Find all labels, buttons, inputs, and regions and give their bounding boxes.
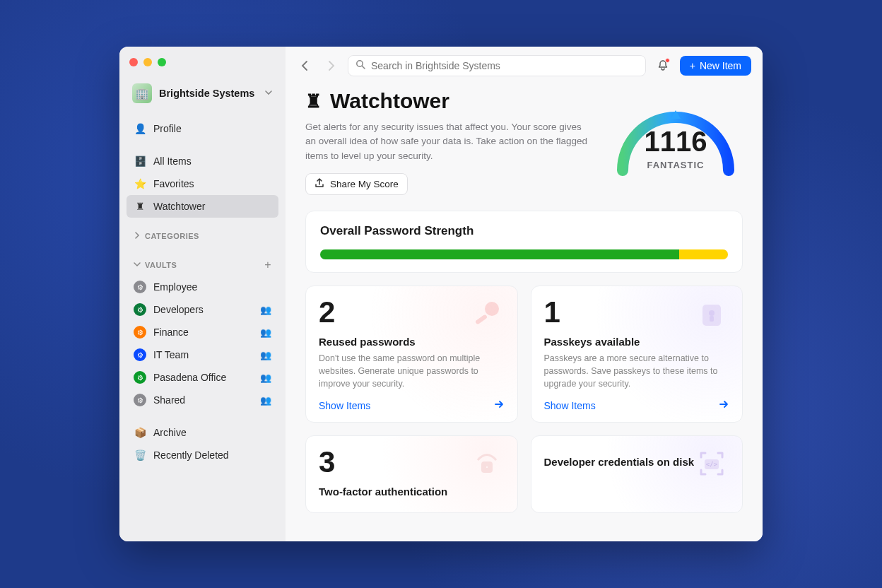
score-label: FANTASTIC: [608, 160, 743, 170]
sidebar-item-label: Profile: [153, 123, 271, 134]
strength-bar: [320, 249, 728, 259]
chevron-down-icon: [264, 87, 273, 100]
arrow-right-icon: [493, 399, 505, 412]
sidebar-item-label: All Items: [153, 155, 271, 167]
fullscreen-window[interactable]: [158, 58, 166, 66]
sidebar-item-watchtower[interactable]: ♜ Watchtower: [127, 195, 278, 218]
sidebar-item-favorites[interactable]: ⭐ Favorites: [127, 172, 278, 195]
sidebar-vault-developers[interactable]: ⚙ Developers 👥: [127, 298, 278, 321]
sidebar-item-all-items[interactable]: 🗄️ All Items: [127, 150, 278, 172]
search-input[interactable]: [371, 60, 638, 71]
tower-icon: ♜: [305, 90, 322, 112]
page-title: ♜ Watchtower: [305, 89, 587, 113]
shared-icon: 👥: [260, 327, 271, 338]
vault-label: IT Team: [153, 349, 253, 360]
new-item-label: New Item: [700, 60, 741, 71]
page-title-text: Watchtower: [330, 89, 449, 113]
account-switcher[interactable]: 🏢 Brightside Systems: [127, 79, 278, 107]
main-content: + New Item ♜ Watchtower Get alerts for a…: [286, 47, 763, 541]
back-button[interactable]: [297, 57, 314, 74]
code-icon: </>: [694, 446, 729, 481]
passkey-icon: [694, 296, 729, 331]
sidebar-item-label: Watchtower: [153, 201, 271, 212]
issue-title: Reused passwords: [319, 336, 505, 348]
section-label: CATEGORIES: [145, 232, 199, 240]
svg-point-0: [357, 61, 363, 66]
vault-icon: ⚙: [134, 326, 146, 339]
sidebar-vault-pasadena[interactable]: ⚙ Pasadena Office 👥: [127, 366, 278, 389]
plus-icon: +: [690, 60, 695, 71]
vault-label: Developers: [153, 304, 253, 315]
notification-badge: [665, 58, 670, 63]
new-item-button[interactable]: + New Item: [680, 56, 751, 76]
show-items-label: Show Items: [544, 400, 596, 411]
share-score-label: Share My Score: [330, 179, 399, 189]
issue-description: Don't use the same password on multiple …: [319, 352, 505, 390]
svg-text:</>: </>: [706, 461, 718, 468]
overall-strength-card: Overall Password Strength: [305, 211, 743, 273]
svg-point-5: [709, 310, 715, 316]
sidebar-vault-employee[interactable]: ⚙ Employee: [127, 276, 278, 298]
sidebar-item-profile[interactable]: 👤 Profile: [127, 117, 278, 140]
svg-point-2: [485, 302, 499, 316]
close-window[interactable]: [129, 58, 138, 66]
sidebar-vault-finance[interactable]: ⚙ Finance 👥: [127, 321, 278, 343]
sidebar-item-label: Recently Deleted: [153, 449, 271, 461]
chevron-right-icon: [134, 232, 141, 240]
svg-point-8: [485, 466, 488, 469]
notifications-button[interactable]: [654, 57, 671, 74]
vault-icon: ⚙: [134, 281, 146, 293]
vaults-header[interactable]: VAULTS +: [127, 254, 278, 276]
page-description: Get alerts for any security issues that …: [305, 120, 587, 163]
window-controls: [127, 57, 278, 79]
account-name: Brightside Systems: [159, 88, 257, 99]
vault-icon: ⚙: [134, 371, 146, 384]
arrow-right-icon: [718, 399, 729, 412]
sidebar-item-deleted[interactable]: 🗑️ Recently Deleted: [127, 444, 278, 466]
account-icon: 🏢: [132, 83, 152, 103]
star-icon: ⭐: [134, 177, 146, 190]
sidebar-item-label: Archive: [153, 427, 271, 438]
vault-label: Shared: [153, 394, 253, 406]
shared-icon: 👥: [260, 305, 271, 315]
strength-segment-medium: [679, 249, 728, 259]
sidebar-item-archive[interactable]: 📦 Archive: [127, 421, 278, 444]
svg-rect-3: [474, 314, 487, 324]
trash-icon: 🗑️: [134, 449, 146, 461]
archive-icon: 📦: [134, 426, 146, 439]
section-label: VAULTS: [145, 261, 177, 269]
vault-icon: ⚙: [134, 394, 146, 406]
app-window: 🏢 Brightside Systems 👤 Profile 🗄️ All It…: [119, 47, 763, 541]
minimize-window[interactable]: [143, 58, 152, 66]
issue-card-reused-passwords: 2 Reused passwords Don't use the same pa…: [305, 286, 518, 423]
issue-card-2fa: 3 Two-factor authentication: [305, 435, 518, 513]
tower-icon: ♜: [134, 200, 146, 213]
overall-strength-title: Overall Password Strength: [320, 224, 728, 238]
share-score-button[interactable]: Share My Score: [305, 173, 408, 195]
show-items-link[interactable]: Show Items: [319, 399, 505, 412]
share-icon: [314, 178, 324, 190]
sidebar-vault-shared[interactable]: ⚙ Shared 👥: [127, 389, 278, 411]
svg-rect-6: [710, 316, 714, 322]
vault-icon: ⚙: [134, 348, 146, 361]
lock-icon: [469, 446, 505, 481]
content-scroll: ♜ Watchtower Get alerts for any security…: [286, 85, 763, 541]
forward-button[interactable]: [322, 57, 339, 74]
sidebar-item-label: Favorites: [153, 178, 271, 189]
vault-label: Employee: [153, 281, 271, 293]
sidebar: 🏢 Brightside Systems 👤 Profile 🗄️ All It…: [119, 47, 286, 541]
vault-icon: ⚙: [134, 303, 146, 316]
shared-icon: 👥: [260, 395, 271, 406]
show-items-link[interactable]: Show Items: [544, 399, 730, 412]
add-vault-button[interactable]: +: [264, 259, 271, 271]
categories-header[interactable]: CATEGORIES: [127, 228, 278, 245]
all-items-icon: 🗄️: [134, 155, 146, 167]
hero: ♜ Watchtower Get alerts for any security…: [305, 89, 743, 195]
search-field[interactable]: [348, 55, 646, 76]
shared-icon: 👥: [260, 372, 271, 383]
sidebar-vault-it-team[interactable]: ⚙ IT Team 👥: [127, 343, 278, 366]
search-icon: [355, 59, 365, 72]
chevron-down-icon: [134, 261, 141, 269]
key-icon: [469, 296, 505, 331]
profile-icon: 👤: [134, 122, 146, 135]
